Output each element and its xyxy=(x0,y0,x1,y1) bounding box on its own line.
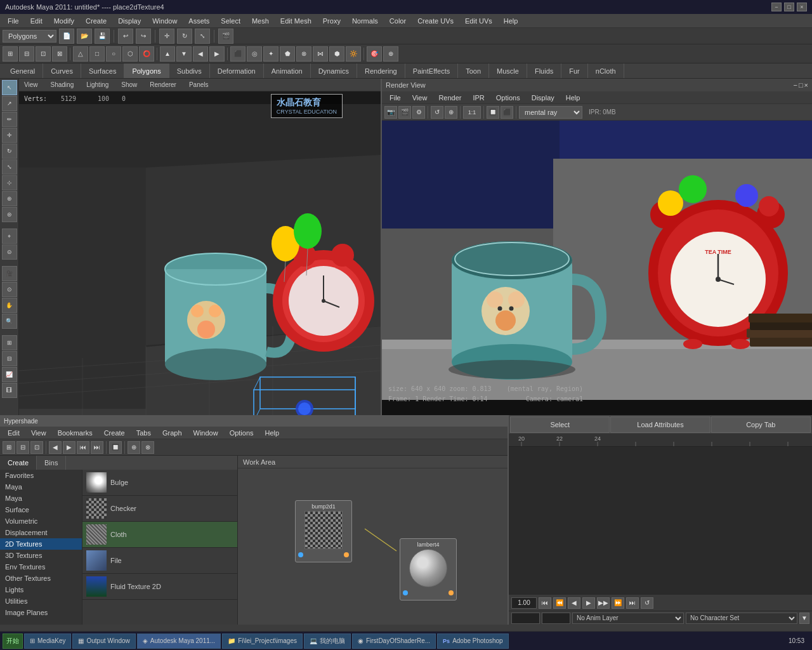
timeline-speed[interactable] xyxy=(511,597,537,609)
menu-create-uvs[interactable]: Create UVs xyxy=(412,16,459,26)
hs-tb-3[interactable]: ⊡ xyxy=(30,441,43,454)
tb-btn-5[interactable]: △ xyxy=(73,46,88,62)
mode-selector[interactable]: Polygons Surfaces Dynamics Rendering Ani… xyxy=(3,30,56,43)
new-scene-btn[interactable]: 📄 xyxy=(59,29,74,44)
cat-maya-2[interactable]: Maya xyxy=(0,493,82,504)
undo-btn[interactable]: ↩ xyxy=(118,29,133,44)
render-view-image[interactable]: TEA TIME xyxy=(382,121,812,415)
viewport-menu-renderer[interactable]: Renderer xyxy=(147,81,179,89)
taskbar-output-window[interactable]: ▦ Output Window xyxy=(72,633,135,649)
hs-tb-4[interactable]: ◀ xyxy=(49,441,62,454)
tb-btn-2[interactable]: ⊟ xyxy=(19,46,34,62)
tool-pan[interactable]: ✋ xyxy=(2,298,17,313)
tool-soft[interactable]: ⊛ xyxy=(2,191,17,206)
anim-layer-select[interactable]: No Anim Layer xyxy=(572,613,684,624)
tab-deformation[interactable]: Deformation xyxy=(210,63,264,78)
cat-env-textures[interactable]: Env Textures xyxy=(0,561,82,573)
tool-paint[interactable]: ✏ xyxy=(2,112,17,127)
menu-help[interactable]: Help xyxy=(499,16,523,26)
tab-toon[interactable]: Toon xyxy=(458,63,489,78)
close-button[interactable]: × xyxy=(797,3,807,11)
tb-btn-11[interactable]: ▼ xyxy=(176,46,192,62)
load-attributes-button[interactable]: Load Attributes xyxy=(610,416,710,433)
redo-btn[interactable]: ↪ xyxy=(136,29,151,44)
taskbar-images-folder[interactable]: 📁 Fi\lei_Project\images xyxy=(222,633,303,649)
tab-surfaces[interactable]: Surfaces xyxy=(81,63,124,78)
tb-btn-19[interactable]: ⋈ xyxy=(313,46,328,62)
tab-animation[interactable]: Animation xyxy=(264,63,311,78)
hs-tb-2[interactable]: ⊟ xyxy=(16,441,29,454)
tab-fluids[interactable]: Fluids xyxy=(527,63,561,78)
start-button[interactable]: 开始 xyxy=(3,633,23,649)
tab-painteffects[interactable]: PaintEffects xyxy=(405,63,459,78)
timeline-play-btn[interactable]: ▶ xyxy=(582,597,595,609)
cat-displacement[interactable]: Displacement xyxy=(0,527,82,538)
scale-btn[interactable]: ⤡ xyxy=(195,29,210,44)
cat-favorites[interactable]: Favorites xyxy=(0,470,82,481)
viewport-menu-view[interactable]: View xyxy=(22,81,41,89)
render-btn[interactable]: 🎬 xyxy=(218,29,233,44)
tool-show-manip[interactable]: ⊜ xyxy=(2,207,17,222)
taskbar-mediakey[interactable]: ⊞ MediaKey xyxy=(24,633,71,649)
frame-start-input[interactable]: 24.00 xyxy=(511,613,540,624)
tool-scale[interactable]: ⤡ xyxy=(2,159,17,175)
tool-select[interactable]: ↖ xyxy=(2,80,17,95)
lambert-in-port[interactable] xyxy=(403,590,408,595)
tool-lasso[interactable]: ⌖ xyxy=(2,229,17,244)
cat-utilities[interactable]: Utilities xyxy=(0,595,82,607)
tab-muscle[interactable]: Muscle xyxy=(489,63,527,78)
select-button[interactable]: Select xyxy=(510,416,610,433)
tab-dynamics[interactable]: Dynamics xyxy=(311,63,357,78)
cat-image-planes[interactable]: Image Planes xyxy=(0,607,82,618)
tb-btn-6[interactable]: □ xyxy=(89,46,105,62)
menu-file[interactable]: File xyxy=(3,16,24,26)
texture-item-bulge[interactable]: Bulge xyxy=(82,470,237,496)
tab-polygons[interactable]: Polygons xyxy=(124,63,169,78)
cat-2d-textures[interactable]: 2D Textures xyxy=(0,538,82,550)
texture-item-cloth[interactable]: Cloth xyxy=(82,522,237,548)
tab-subdivs[interactable]: Subdivs xyxy=(169,63,210,78)
tb-btn-7[interactable]: ○ xyxy=(106,46,121,62)
tb-btn-8[interactable]: ⬡ xyxy=(122,46,138,62)
frame-end-input[interactable]: 48.00 xyxy=(542,613,570,624)
tool-orbit[interactable]: ⊙ xyxy=(2,282,17,297)
render-tb-3[interactable]: ⚙ xyxy=(412,106,425,119)
tab-rendering[interactable]: Rendering xyxy=(357,63,405,78)
cat-3d-textures[interactable]: 3D Textures xyxy=(0,550,82,561)
main-viewport[interactable]: Verts: 5129 100 0 Edges: 10188 198 0 Fac… xyxy=(19,91,381,415)
render-tb-1[interactable]: 📷 xyxy=(384,106,397,119)
tb-btn-9[interactable]: ⭕ xyxy=(139,46,154,62)
render-tb-6[interactable]: 🔲 xyxy=(487,106,499,119)
tb-btn-18[interactable]: ⊗ xyxy=(296,46,311,62)
tool-dope[interactable]: ⊟ xyxy=(2,351,17,366)
char-set-menu-btn[interactable]: ▼ xyxy=(799,613,809,624)
viewport-menu-show[interactable]: Show xyxy=(119,81,140,89)
menu-select[interactable]: Select xyxy=(216,16,246,26)
work-area-canvas[interactable]: bump2d1 lambert4 xyxy=(238,468,508,625)
minimize-button[interactable]: − xyxy=(771,3,782,11)
render-ratio-btn[interactable]: 1:1 xyxy=(463,106,481,119)
menu-proxy[interactable]: Proxy xyxy=(318,16,346,26)
tool-trax[interactable]: 🎞 xyxy=(2,383,17,398)
save-btn[interactable]: 💾 xyxy=(95,29,110,44)
render-menu-render[interactable]: Render xyxy=(433,93,466,103)
tab-curves[interactable]: Curves xyxy=(43,63,81,78)
timeline-prev-key-btn[interactable]: ⏪ xyxy=(553,597,566,609)
tb-btn-12[interactable]: ◀ xyxy=(193,46,208,62)
tool-rotate[interactable]: ↻ xyxy=(2,143,17,159)
render-close[interactable]: × xyxy=(804,81,808,89)
render-tb-5[interactable]: ⊕ xyxy=(445,106,457,119)
timeline-body[interactable] xyxy=(509,447,812,594)
hs-tb-6[interactable]: ⏮ xyxy=(77,441,89,454)
tb-btn-23[interactable]: ⊕ xyxy=(383,46,398,62)
hs-menu-bookmarks[interactable]: Bookmarks xyxy=(53,428,98,438)
render-minimize[interactable]: − xyxy=(793,81,797,89)
hs-menu-graph[interactable]: Graph xyxy=(157,428,187,438)
hs-menu-view[interactable]: View xyxy=(26,428,51,438)
tool-graph[interactable]: 📈 xyxy=(2,367,17,382)
tb-btn-13[interactable]: ▶ xyxy=(209,46,225,62)
menu-mesh[interactable]: Mesh xyxy=(247,16,274,26)
render-menu-ipr[interactable]: IPR xyxy=(468,93,489,103)
render-tb-2[interactable]: 🎬 xyxy=(398,106,411,119)
timeline-next-btn[interactable]: ▶▶ xyxy=(597,597,610,609)
